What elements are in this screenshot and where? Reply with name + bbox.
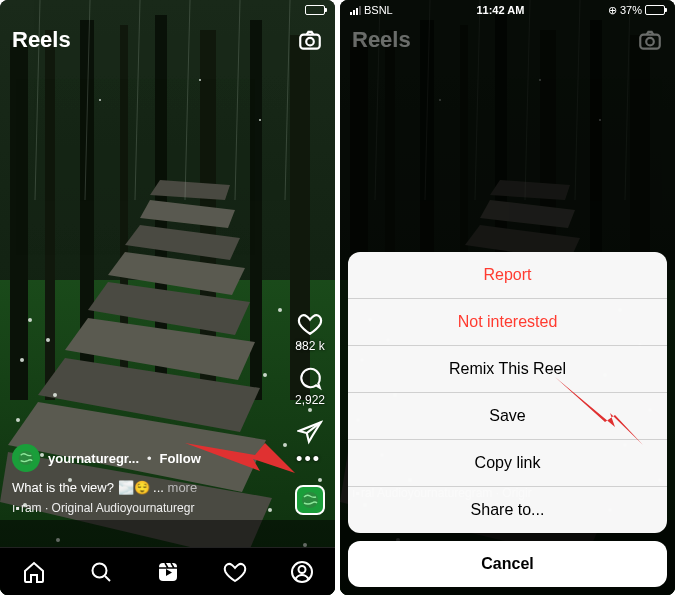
comment-count: 2,922 [295,393,325,407]
sheet-remix[interactable]: Remix This Reel [348,346,667,393]
profile-icon[interactable] [290,560,314,584]
sheet-save[interactable]: Save [348,393,667,440]
cellular-signal-icon [350,6,361,15]
reels-header: Reels [340,20,675,60]
page-title: Reels [12,27,71,53]
svg-point-40 [92,563,106,577]
reels-header: Reels [0,20,335,60]
svg-rect-38 [300,35,320,49]
home-icon[interactable] [22,560,46,584]
battery-percent: 37% [620,4,642,16]
share-icon[interactable] [297,419,323,445]
follow-link[interactable]: Follow [160,451,201,466]
battery-icon [305,5,325,15]
audio-attribution[interactable]: ı▪ ram · Original Audioyournaturegr [12,501,275,515]
svg-point-39 [306,38,314,46]
reel-caption[interactable]: What is the view? 🌫️😌 ... more [12,480,275,495]
action-sheet: Report Not interested Remix This Reel Sa… [348,252,667,587]
screenshot-action-sheet: BSNL 11:42 AM ⊕ 37% Reels ı▪ ral Audioyo… [340,0,675,595]
reels-tab-icon[interactable] [156,560,180,584]
caption-more[interactable]: more [168,480,198,495]
sheet-not-interested[interactable]: Not interested [348,299,667,346]
caption-emoji: 🌫️😌 [118,480,150,495]
heart-icon[interactable] [297,311,323,337]
activity-heart-icon[interactable] [223,560,247,584]
carrier-name: BSNL [364,4,393,16]
screenshot-reels-feed: BSNL 11:42 AM ⊕ 37% Reels 882 k 2,922 ••… [0,0,335,595]
sheet-copy-link[interactable]: Copy link [348,440,667,487]
author-avatar[interactable] [12,444,40,472]
clock: 11:42 AM [476,4,524,16]
author-username[interactable]: yournaturegr... [48,451,139,466]
like-count: 882 k [295,339,324,353]
status-bar: BSNL 11:42 AM ⊕ 37% [340,0,675,20]
camera-icon[interactable] [297,27,323,53]
sheet-cancel[interactable]: Cancel [348,541,667,587]
caption-text: What is the view? [12,480,114,495]
bottom-nav [0,547,335,595]
reel-info-block: yournaturegr... • Follow What is the vie… [12,444,275,515]
more-options-button[interactable]: ••• [296,449,321,470]
search-icon[interactable] [89,560,113,584]
camera-icon [637,27,663,53]
reel-action-rail: 882 k 2,922 [295,311,325,445]
audio-track-thumbnail[interactable] [295,485,325,515]
svg-point-43 [298,566,305,573]
separator-dot: • [147,451,152,466]
orientation-lock-icon: ⊕ [608,4,617,17]
sheet-share-to[interactable]: Share to... [348,487,667,533]
comment-icon[interactable] [297,365,323,391]
page-title: Reels [352,27,411,53]
sheet-report[interactable]: Report [348,252,667,299]
battery-icon [645,5,665,15]
svg-point-45 [646,38,654,46]
svg-rect-44 [640,35,660,49]
